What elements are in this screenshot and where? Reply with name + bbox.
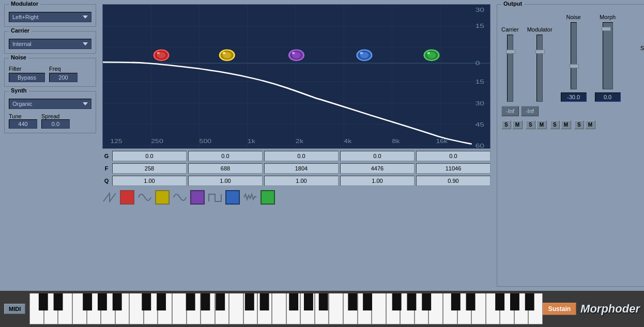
g-input-4[interactable] bbox=[340, 151, 415, 161]
white-key[interactable] bbox=[358, 293, 372, 324]
carrier-slider-thumb[interactable] bbox=[506, 50, 515, 54]
q-label: Q bbox=[102, 178, 111, 184]
noise-slider-thumb[interactable] bbox=[570, 64, 579, 68]
white-key[interactable] bbox=[229, 293, 243, 324]
svg-text:30: 30 bbox=[476, 7, 485, 13]
synth-tune-col: Tune 440 bbox=[9, 113, 37, 129]
white-key[interactable] bbox=[457, 293, 472, 324]
f-input-4[interactable] bbox=[340, 163, 415, 174]
white-key[interactable] bbox=[187, 293, 201, 324]
g-input-1[interactable] bbox=[112, 151, 187, 161]
right-column: Output Carrier bbox=[493, 0, 644, 291]
main-layout: Modulator Left+Right Carrier Internal No… bbox=[0, 0, 644, 291]
white-key[interactable] bbox=[315, 293, 329, 324]
modulator-dropdown[interactable]: Left+Right bbox=[9, 12, 91, 22]
formant-label: Formant bbox=[629, 30, 644, 37]
white-key[interactable] bbox=[257, 293, 272, 324]
noise-filter-label: Filter bbox=[9, 66, 45, 72]
white-key[interactable] bbox=[272, 293, 286, 324]
white-key[interactable] bbox=[29, 293, 44, 324]
carrier-dropdown[interactable]: Internal bbox=[9, 39, 91, 49]
white-key[interactable] bbox=[471, 293, 486, 324]
morph-m-button[interactable]: M bbox=[585, 120, 595, 129]
noise-filter-input[interactable]: Bypass bbox=[9, 73, 45, 82]
noise-slider-track bbox=[571, 22, 577, 89]
synth-label: Synth bbox=[9, 87, 29, 94]
morph-s-button[interactable]: S bbox=[574, 120, 584, 129]
sustain-button[interactable]: Sustain bbox=[543, 303, 576, 315]
carrier-s-button[interactable]: S bbox=[501, 120, 511, 129]
g-input-5[interactable] bbox=[416, 151, 490, 161]
white-key[interactable] bbox=[343, 293, 358, 324]
white-key[interactable] bbox=[443, 293, 457, 324]
waveform-4-color[interactable] bbox=[225, 190, 240, 205]
left-column: Modulator Left+Right Carrier Internal No… bbox=[0, 0, 100, 291]
g-input-3[interactable] bbox=[264, 151, 339, 161]
synth-tune-input[interactable]: 440 bbox=[9, 119, 37, 129]
midi-button[interactable]: MIDI bbox=[4, 304, 25, 314]
white-key[interactable] bbox=[44, 293, 58, 324]
modulator-arrow-icon bbox=[83, 15, 88, 19]
q-input-1[interactable] bbox=[112, 176, 187, 186]
synth-dropdown[interactable]: Organic bbox=[9, 99, 91, 109]
white-key[interactable] bbox=[372, 293, 386, 324]
q-input-5[interactable] bbox=[416, 176, 490, 186]
output-label: Output bbox=[501, 1, 524, 7]
modulator-slider-thumb[interactable] bbox=[535, 50, 545, 54]
white-key[interactable] bbox=[500, 293, 514, 324]
white-key[interactable] bbox=[514, 293, 529, 324]
white-key[interactable] bbox=[486, 293, 500, 324]
white-key[interactable] bbox=[158, 293, 172, 324]
morph-slider-track bbox=[603, 22, 613, 89]
pressure-row: Pressure bbox=[629, 14, 644, 24]
white-keys bbox=[29, 293, 543, 324]
f-label: F bbox=[102, 165, 111, 172]
q-input-3[interactable] bbox=[264, 176, 339, 186]
white-key[interactable] bbox=[58, 293, 72, 324]
white-key[interactable] bbox=[386, 293, 401, 324]
white-key[interactable] bbox=[428, 293, 443, 324]
modulator-inf-button[interactable]: -Inf bbox=[521, 106, 539, 116]
white-key[interactable] bbox=[300, 293, 315, 324]
center-column: 30 15 0 15 30 45 60 125 250 500 1k 2k 4k… bbox=[100, 0, 493, 291]
carrier-inf-button[interactable]: -Inf bbox=[501, 106, 519, 116]
white-key[interactable] bbox=[115, 293, 130, 324]
white-key[interactable] bbox=[286, 293, 301, 324]
eq-display[interactable]: 30 15 0 15 30 45 60 125 250 500 1k 2k 4k… bbox=[102, 4, 490, 149]
white-key[interactable] bbox=[101, 293, 115, 324]
white-key[interactable] bbox=[129, 293, 144, 324]
noise-freq-input[interactable]: 200 bbox=[49, 73, 78, 82]
q-input-4[interactable] bbox=[340, 176, 415, 186]
white-key[interactable] bbox=[215, 293, 229, 324]
morph-value-display: 0.0 bbox=[595, 92, 621, 102]
waveform-3-icon bbox=[173, 192, 187, 203]
white-key[interactable] bbox=[415, 293, 429, 324]
noise-m-button[interactable]: M bbox=[561, 120, 571, 129]
f-input-2[interactable] bbox=[188, 163, 263, 174]
keyboard[interactable] bbox=[29, 293, 543, 324]
noise-s-button[interactable]: S bbox=[550, 120, 560, 129]
morph-slider-thumb[interactable] bbox=[602, 27, 611, 31]
modulator-m-button[interactable]: M bbox=[536, 120, 547, 129]
white-key[interactable] bbox=[72, 293, 87, 324]
white-key[interactable] bbox=[243, 293, 258, 324]
white-key[interactable] bbox=[400, 293, 415, 324]
waveform-2-color[interactable] bbox=[155, 190, 170, 205]
white-key[interactable] bbox=[144, 293, 158, 324]
white-key[interactable] bbox=[329, 293, 343, 324]
f-input-5[interactable] bbox=[416, 163, 490, 174]
carrier-m-button[interactable]: M bbox=[512, 120, 523, 129]
waveform-1-color[interactable] bbox=[120, 190, 134, 205]
white-key[interactable] bbox=[172, 293, 187, 324]
f-input-1[interactable] bbox=[112, 163, 187, 174]
white-key[interactable] bbox=[528, 293, 542, 324]
white-key[interactable] bbox=[87, 293, 101, 324]
q-input-2[interactable] bbox=[188, 176, 263, 186]
g-input-2[interactable] bbox=[188, 151, 263, 161]
white-key[interactable] bbox=[201, 293, 215, 324]
waveform-5-color[interactable] bbox=[260, 190, 275, 205]
modulator-s-button[interactable]: S bbox=[526, 120, 535, 129]
f-input-3[interactable] bbox=[264, 163, 339, 174]
waveform-3-color[interactable] bbox=[190, 190, 205, 205]
synth-spread-input[interactable]: 0.0 bbox=[41, 119, 70, 129]
